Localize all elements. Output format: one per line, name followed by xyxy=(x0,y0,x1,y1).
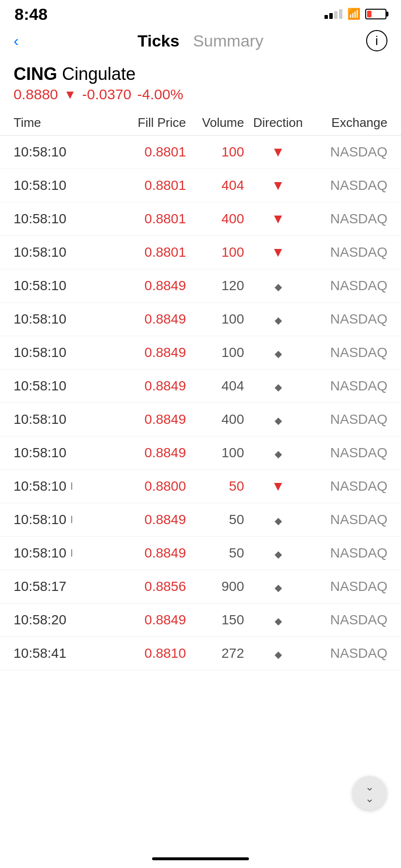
cell-direction: ◆ xyxy=(244,378,312,394)
cell-exchange: NASDAQ xyxy=(312,144,387,160)
cell-volume: 150 xyxy=(186,612,244,628)
battery-icon xyxy=(365,9,386,19)
summary-tab[interactable]: Summary xyxy=(193,31,263,50)
cell-price: 0.8801 xyxy=(110,144,186,160)
cell-price: 0.8849 xyxy=(110,378,186,394)
cell-time: 10:58:10 xyxy=(14,211,110,227)
table-row: 10:58:100.8801400▼NASDAQ xyxy=(0,202,401,236)
stock-change: -0.0370 xyxy=(82,86,132,103)
cell-direction: ◆ xyxy=(244,278,312,294)
chevron-down-icon: ⌄ xyxy=(365,782,374,792)
header-fill-price: Fill Price xyxy=(110,115,186,130)
cell-direction: ◆ xyxy=(244,579,312,594)
cell-direction: ◆ xyxy=(244,412,312,427)
cell-price: 0.8849 xyxy=(110,311,186,327)
stock-header: CING Cingulate 0.8880 ▼ -0.0370 -4.00% xyxy=(0,59,401,110)
status-time: 8:48 xyxy=(15,5,47,24)
cell-direction: ◆ xyxy=(244,612,312,628)
cell-volume: 120 xyxy=(186,278,244,294)
cell-price: 0.8849 xyxy=(110,545,186,561)
cell-volume: 100 xyxy=(186,245,244,260)
diamond-icon: ◆ xyxy=(275,281,282,293)
table-row: 10:58:10I0.880050▼NASDAQ xyxy=(0,470,401,503)
chevron-down-icon-2: ⌄ xyxy=(365,793,374,804)
down-arrow-icon: ▼ xyxy=(271,245,285,260)
header-time: Time xyxy=(14,115,110,130)
table-row: 10:58:10I0.884950◆NASDAQ xyxy=(0,537,401,570)
cell-volume: 400 xyxy=(186,211,244,227)
stock-price: 0.8880 xyxy=(14,86,58,103)
cell-volume: 100 xyxy=(186,144,244,160)
cell-exchange: NASDAQ xyxy=(312,278,387,294)
cell-exchange: NASDAQ xyxy=(312,646,387,661)
table-row: 10:58:10I0.884950◆NASDAQ xyxy=(0,503,401,537)
stock-direction-icon: ▼ xyxy=(64,87,77,102)
cell-price: 0.8801 xyxy=(110,245,186,260)
cell-exchange: NASDAQ xyxy=(312,311,387,327)
cell-price: 0.8801 xyxy=(110,211,186,227)
cell-time: 10:58:10I xyxy=(14,479,110,494)
cell-volume: 50 xyxy=(186,512,244,527)
info-button[interactable]: i xyxy=(366,30,387,51)
cell-exchange: NASDAQ xyxy=(312,512,387,527)
cell-exchange: NASDAQ xyxy=(312,378,387,394)
cell-volume: 404 xyxy=(186,378,244,394)
cell-time: 10:58:10 xyxy=(14,311,110,327)
cell-direction: ◆ xyxy=(244,345,312,360)
table-row: 10:58:170.8856900◆NASDAQ xyxy=(0,570,401,604)
cell-time: 10:58:10I xyxy=(14,512,110,527)
diamond-icon: ◆ xyxy=(275,548,282,560)
down-arrow-icon: ▼ xyxy=(271,479,285,494)
cell-volume: 100 xyxy=(186,445,244,461)
cell-direction: ▼ xyxy=(244,144,312,160)
cell-price: 0.8810 xyxy=(110,646,186,661)
cell-price: 0.8849 xyxy=(110,445,186,461)
diamond-icon: ◆ xyxy=(275,314,282,326)
cell-price: 0.8849 xyxy=(110,345,186,360)
condition-mark: I xyxy=(70,480,73,493)
cell-volume: 50 xyxy=(186,479,244,494)
scroll-chevrons: ⌄ ⌄ xyxy=(365,782,374,804)
table-header: Time Fill Price Volume Direction Exchang… xyxy=(0,110,401,136)
table-row: 10:58:100.8849120◆NASDAQ xyxy=(0,269,401,303)
cell-price: 0.8849 xyxy=(110,612,186,628)
cell-price: 0.8849 xyxy=(110,278,186,294)
cell-volume: 404 xyxy=(186,178,244,193)
cell-volume: 900 xyxy=(186,579,244,594)
cell-volume: 272 xyxy=(186,646,244,661)
cell-time: 10:58:17 xyxy=(14,579,110,594)
cell-time: 10:58:10I xyxy=(14,545,110,561)
stock-ticker: CING xyxy=(14,64,57,84)
down-arrow-icon: ▼ xyxy=(271,144,285,160)
diamond-icon: ◆ xyxy=(275,348,282,359)
cell-exchange: NASDAQ xyxy=(312,545,387,561)
cell-direction: ◆ xyxy=(244,311,312,327)
cell-direction: ▼ xyxy=(244,211,312,227)
cell-exchange: NASDAQ xyxy=(312,579,387,594)
condition-mark: I xyxy=(70,513,73,526)
cell-time: 10:58:10 xyxy=(14,412,110,427)
table-body: 10:58:100.8801100▼NASDAQ10:58:100.880140… xyxy=(0,136,401,670)
cell-price: 0.8849 xyxy=(110,412,186,427)
header-volume: Volume xyxy=(186,115,244,130)
header-direction: Direction xyxy=(244,115,312,130)
cell-direction: ▼ xyxy=(244,178,312,193)
back-button[interactable]: ‹ xyxy=(14,33,19,48)
cell-time: 10:58:10 xyxy=(14,378,110,394)
cell-time: 10:58:10 xyxy=(14,178,110,193)
info-icon: i xyxy=(375,33,378,48)
cell-time: 10:58:10 xyxy=(14,445,110,461)
status-bar: 8:48 📶 xyxy=(0,0,401,26)
home-indicator xyxy=(152,857,249,860)
cell-exchange: NASDAQ xyxy=(312,345,387,360)
cell-time: 10:58:20 xyxy=(14,612,110,628)
ticks-tab[interactable]: Ticks xyxy=(138,31,179,50)
condition-mark: I xyxy=(70,547,73,559)
status-icons: 📶 xyxy=(324,8,386,20)
cell-direction: ◆ xyxy=(244,545,312,561)
down-arrow-icon: ▼ xyxy=(271,178,285,193)
scroll-down-button[interactable]: ⌄ ⌄ xyxy=(353,776,386,810)
diamond-icon: ◆ xyxy=(275,582,282,593)
cell-exchange: NASDAQ xyxy=(312,412,387,427)
down-arrow-icon: ▼ xyxy=(271,211,285,227)
